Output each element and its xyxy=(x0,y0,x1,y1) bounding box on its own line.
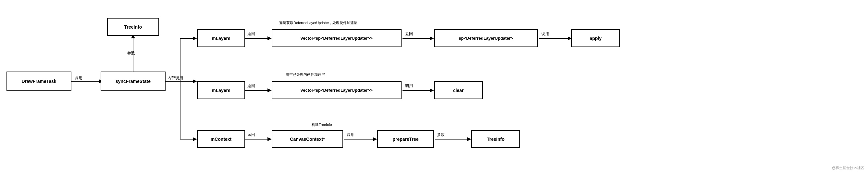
apply-box: apply xyxy=(571,29,620,47)
svg-marker-16 xyxy=(430,36,434,40)
label-return-top2: 返回 xyxy=(405,31,413,37)
label-return-context: 返回 xyxy=(247,132,255,138)
label-internal-call: 内部调用 xyxy=(167,76,183,81)
tree-info-bottom-box: TreeInfo xyxy=(471,130,520,148)
vector-mid-box: vector<sp<DeferredLayerUpdater>> xyxy=(272,81,402,99)
svg-marker-20 xyxy=(268,88,272,92)
canvas-context-box: CanvasContext* xyxy=(272,130,343,148)
svg-marker-28 xyxy=(467,137,471,141)
label-return-mid: 返回 xyxy=(247,83,255,89)
svg-marker-26 xyxy=(373,137,377,141)
svg-marker-9 xyxy=(193,79,197,83)
watermark: @稀土掘金技术社区 xyxy=(832,166,864,170)
sync-frame-state-box: syncFrameState xyxy=(101,71,165,91)
label-call-1: 调用 xyxy=(75,76,83,81)
label-call-clear: 调用 xyxy=(405,83,413,89)
diagram: DrawFrameTask syncFrameState TreeInfo mL… xyxy=(0,0,868,173)
svg-marker-22 xyxy=(430,88,434,92)
svg-marker-14 xyxy=(268,36,272,40)
label-traverse: 遍历获取DeferredLayerUpdater，处理硬件加速层 xyxy=(279,21,358,25)
svg-marker-7 xyxy=(193,36,197,40)
tree-info-top-box: TreeInfo xyxy=(107,18,159,36)
label-param-1: 参数 xyxy=(127,50,135,56)
label-param-2: 参数 xyxy=(437,132,445,138)
draw-frame-task-box: DrawFrameTask xyxy=(6,71,71,91)
prepare-tree-box: prepareTree xyxy=(377,130,434,148)
svg-marker-12 xyxy=(193,137,197,141)
clear-box: clear xyxy=(434,81,483,99)
vector-top-box: vector<sp<DeferredLayerUpdater>> xyxy=(272,29,402,47)
sp-top-box: sp<DeferredLayerUpdater> xyxy=(434,29,538,47)
label-return-top: 返回 xyxy=(247,31,255,37)
svg-marker-24 xyxy=(268,137,272,141)
label-call-prepare: 调用 xyxy=(347,132,354,138)
mlayers-top-box: mLayers xyxy=(197,29,245,47)
label-call-apply: 调用 xyxy=(541,31,549,37)
mcontext-box: mContext xyxy=(197,130,245,148)
mlayers-mid-box: mLayers xyxy=(197,81,245,99)
label-clear-hw: 清空已处理的硬件加速层 xyxy=(286,72,325,77)
label-build-tree: 构建TreeInfo xyxy=(312,122,332,127)
